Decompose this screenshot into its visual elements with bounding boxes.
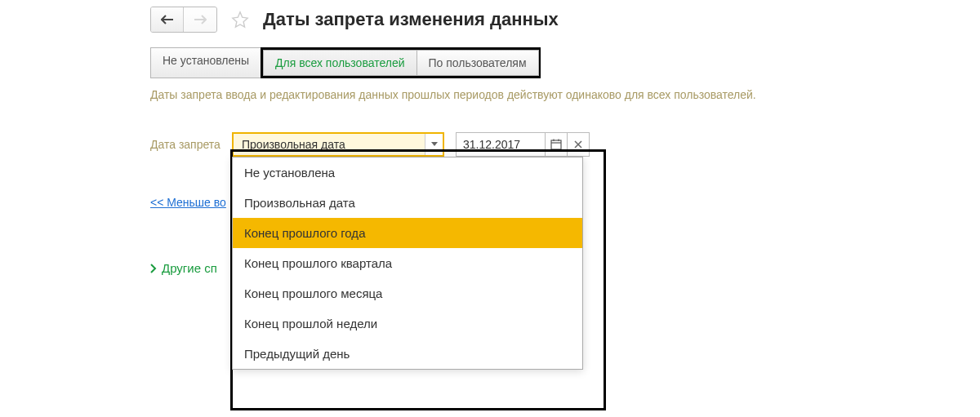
tabs-row: Не установлены Для всех пользователей По… (150, 47, 980, 78)
forward-button[interactable] (184, 7, 216, 32)
dropdown-panel: Не установлена Произвольная дата Конец п… (232, 157, 583, 370)
date-input[interactable] (456, 132, 546, 157)
tabs-highlight: Для всех пользователей По пользователям (261, 47, 540, 78)
description-text: Даты запрета ввода и редактирования данн… (150, 88, 980, 101)
chevron-right-icon (150, 264, 157, 273)
dropdown-option[interactable]: Конец прошлой недели (233, 308, 582, 339)
form-row: Дата запрета Произвольная дата Не устано… (150, 132, 980, 157)
dropdown-select[interactable]: Произвольная дата (232, 132, 444, 157)
less-link[interactable]: << Меньше во (150, 196, 226, 209)
dropdown-option[interactable]: Произвольная дата (233, 188, 582, 218)
dropdown-option[interactable]: Конец прошлого квартала (233, 248, 582, 278)
dropdown-option[interactable]: Конец прошлого месяца (233, 278, 582, 308)
star-icon[interactable] (230, 10, 250, 29)
date-input-group (456, 132, 590, 157)
back-button[interactable] (151, 7, 184, 32)
dropdown-wrapper: Произвольная дата Не установлена Произво… (232, 132, 444, 157)
arrow-right-icon (194, 15, 207, 24)
date-label: Дата запрета (150, 138, 232, 151)
calendar-button[interactable] (545, 132, 568, 157)
page-title: Даты запрета изменения данных (263, 9, 559, 30)
dropdown-option[interactable]: Конец прошлого года (233, 218, 582, 248)
tab-all-users[interactable]: Для всех пользователей (263, 50, 416, 76)
close-icon (574, 140, 582, 149)
less-link-wrap: << Меньше во (150, 196, 226, 242)
dropdown-value: Произвольная дата (234, 138, 425, 151)
nav-buttons (150, 7, 217, 33)
tab-by-users[interactable]: По пользователям (416, 50, 539, 76)
other-link-wrap: Другие сп (150, 261, 217, 276)
arrow-left-icon (161, 15, 174, 24)
other-options-label: Другие сп (162, 261, 217, 275)
dropdown-option[interactable]: Не установлена (233, 157, 582, 188)
chevron-down-icon[interactable] (425, 134, 443, 155)
tab-not-set[interactable]: Не установлены (150, 47, 261, 78)
clear-button[interactable] (567, 132, 590, 157)
other-options-link[interactable]: Другие сп (150, 261, 217, 275)
calendar-icon (550, 139, 562, 150)
dropdown-option[interactable]: Предыдущий день (233, 339, 582, 369)
header-row: Даты запрета изменения данных (150, 7, 980, 33)
svg-rect-0 (551, 140, 561, 149)
